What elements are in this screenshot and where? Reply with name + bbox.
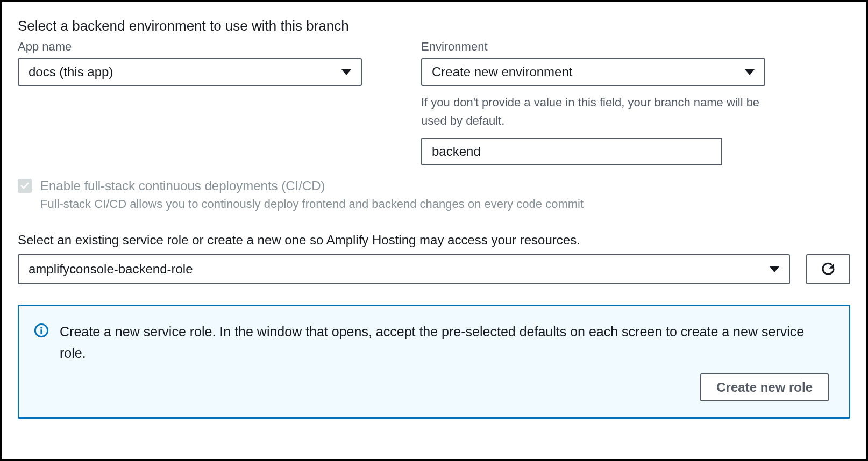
environment-select[interactable]: Create new environment: [421, 58, 765, 86]
svg-rect-2: [40, 330, 42, 335]
app-name-label: App name: [18, 40, 362, 54]
app-name-value: docs (this app): [29, 64, 113, 80]
service-role-row: amplifyconsole-backend-role: [18, 254, 850, 284]
environment-helper-text: If you don't provide a value in this fie…: [421, 93, 765, 130]
chevron-down-icon: [770, 266, 779, 272]
service-role-select[interactable]: amplifyconsole-backend-role: [18, 254, 790, 284]
select-row: App name docs (this app) Environment Cre…: [18, 40, 850, 165]
environment-label: Environment: [421, 40, 765, 54]
info-alert: Create a new service role. In the window…: [18, 305, 850, 419]
environment-column: Environment Create new environment If yo…: [421, 40, 765, 165]
chevron-down-icon: [745, 69, 755, 75]
environment-value: Create new environment: [432, 64, 572, 80]
cicd-desc: Full-stack CI/CD allows you to continous…: [40, 197, 584, 211]
info-icon: [34, 323, 49, 338]
checkmark-icon: [20, 182, 29, 190]
refresh-icon: [820, 261, 836, 277]
service-role-label: Select an existing service role or creat…: [18, 233, 850, 248]
service-role-value: amplifyconsole-backend-role: [29, 262, 193, 277]
chevron-down-icon: [341, 69, 351, 75]
cicd-label: Enable full-stack continuous deployments…: [40, 177, 584, 194]
app-name-select[interactable]: docs (this app): [18, 58, 362, 86]
info-text: Create a new service role. In the window…: [60, 321, 829, 364]
info-body: Create a new service role. In the window…: [60, 321, 829, 401]
environment-name-input[interactable]: [421, 138, 722, 165]
backend-environment-section: Select a backend environment to use with…: [0, 0, 868, 461]
svg-point-1: [40, 327, 42, 329]
cicd-checkbox[interactable]: [18, 179, 32, 193]
app-name-column: App name docs (this app): [18, 40, 362, 165]
cicd-checkbox-block: Enable full-stack continuous deployments…: [18, 177, 850, 211]
info-action-row: Create new role: [60, 373, 829, 401]
refresh-button[interactable]: [806, 254, 850, 284]
service-role-section: Select an existing service role or creat…: [18, 233, 850, 284]
create-new-role-button[interactable]: Create new role: [700, 373, 829, 401]
cicd-text: Enable full-stack continuous deployments…: [40, 177, 584, 211]
section-title: Select a backend environment to use with…: [18, 18, 850, 34]
